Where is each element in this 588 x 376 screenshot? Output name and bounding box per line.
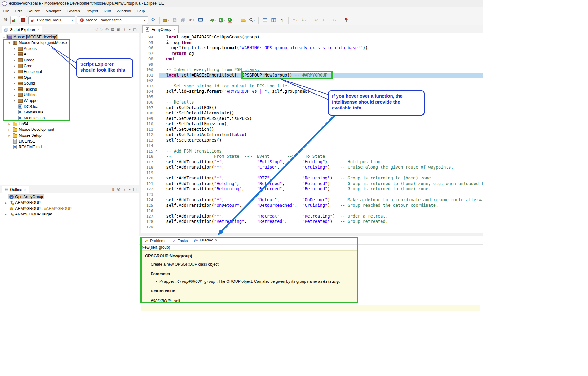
code-line[interactable]: 101 local self=BASE:Inherit(self, OPSGRO… [141, 73, 483, 78]
tree-item-cargo[interactable]: ▸Cargo [0, 57, 139, 63]
tree-item-body[interactable]: MOps.ArmyGroup [8, 194, 44, 199]
expand-arrow-icon[interactable]: ▸ [4, 213, 8, 216]
code-line[interactable]: 119 [141, 170, 483, 176]
code-line[interactable]: 123 [141, 192, 483, 197]
tree-item-body[interactable]: Moose Setup [11, 133, 42, 138]
code-line[interactable]: 96 og:I(og.lid..string.format("WARNING: … [141, 45, 483, 51]
tree-item-body[interactable]: Utilities [17, 92, 37, 97]
expand-arrow-icon[interactable]: ▸ [12, 53, 17, 56]
expand-arrow-icon[interactable]: ▸ [7, 122, 11, 126]
code-line[interactable]: 121 self:AddTransition("Holding", "Retur… [141, 181, 483, 187]
launch-gear-button[interactable]: ⚙ [149, 16, 157, 24]
tab-problems[interactable]: Problems [142, 237, 169, 244]
code-line[interactable]: 94 local og=_DATABASE:GetOpsGroup(group) [141, 34, 483, 40]
tab-script-explorer[interactable]: Script Explorer × [2, 26, 42, 33]
next-annotation-button[interactable]: ↓▾ [299, 16, 307, 24]
tree-item-ops-armygroup[interactable]: MOps.ArmyGroup [2, 194, 139, 200]
line-number[interactable]: 108 [141, 110, 154, 116]
tab-armygroup[interactable]: ArmyGroup × [142, 25, 179, 33]
line-number[interactable]: 120 [141, 175, 154, 181]
code-line[interactable]: 113 self:SetRetreatZones() [141, 138, 483, 143]
line-number[interactable]: 122 [141, 186, 154, 192]
line-number[interactable]: 94 [141, 34, 154, 40]
tree-item-sound[interactable]: ▸Sound [0, 81, 139, 86]
line-number[interactable]: 115 [141, 148, 154, 154]
filter-icon[interactable]: ⊘ [117, 187, 120, 192]
line-number[interactable]: 110 [141, 121, 154, 127]
line-number[interactable]: 123 [141, 192, 154, 197]
expand-arrow-icon[interactable]: ▸ [12, 70, 17, 73]
code-line[interactable]: 100 -- Inherit everything from FSM class… [141, 67, 483, 73]
back-icon[interactable]: ◁ [95, 27, 98, 32]
tree-item-body[interactable]: Core [17, 64, 33, 69]
tree-item-body[interactable]: TARMYGROUP [8, 200, 42, 205]
tree-item-dcs-lua[interactable]: DCS.lua [0, 104, 139, 109]
line-number[interactable]: 126 [141, 208, 154, 214]
tree-item-body[interactable]: lua54 [11, 122, 29, 126]
code-editor[interactable]: 94 local og=_DATABASE:GetOpsGroup(group)… [141, 33, 483, 233]
expand-arrow-icon[interactable]: ▸ [12, 47, 17, 50]
expand-arrow-icon[interactable]: ▸ [12, 59, 17, 62]
line-number[interactable]: 100 [141, 67, 154, 73]
menu-edit[interactable]: Edit [12, 7, 24, 15]
tree-item-body[interactable]: Wrapper [17, 98, 40, 103]
build-hammer-button[interactable]: ⚒ [2, 16, 10, 24]
prev-annotation-button[interactable]: ↑▾ [291, 16, 299, 24]
tree-item-modules-lua[interactable]: Modules.lua [0, 115, 139, 121]
tree-item-actions[interactable]: ▸Actions [0, 46, 139, 51]
code-line[interactable]: 97 return og [141, 51, 483, 56]
code-line[interactable]: 112 self:SetPatrolAdInfinitum(false) [141, 132, 483, 138]
line-number[interactable]: 96 [141, 45, 154, 51]
external-tools-combo[interactable]: External Tools ▾ [28, 16, 75, 24]
line-number[interactable]: 99 [141, 62, 154, 67]
menu-help[interactable]: Help [134, 7, 148, 15]
code-line[interactable]: 128 self:AddTransition("Retreating", "Re… [141, 219, 483, 224]
run-external-tool-button[interactable] [10, 16, 18, 24]
view-menu-icon[interactable]: ⋮ [122, 27, 126, 32]
binary-editor-button[interactable]: 010 [188, 16, 196, 24]
save-button[interactable] [170, 16, 179, 24]
sort-icon[interactable]: ⇅ [111, 187, 115, 192]
tree-item-body[interactable]: Actions [17, 46, 38, 51]
tree-item-body[interactable]: LICENSE [11, 139, 36, 144]
tree-item-armygroup[interactable]: ▸TARMYGROUP [2, 200, 139, 206]
tree-item-body[interactable]: Globals.lua [17, 110, 44, 115]
line-number[interactable]: 112 [141, 132, 154, 138]
line-number[interactable]: 107 [141, 105, 154, 111]
expand-arrow-icon[interactable]: ▸ [4, 201, 8, 205]
line-number[interactable]: 128 [141, 219, 154, 224]
expand-arrow-icon[interactable]: ▾ [7, 41, 11, 45]
tree-item-moose-moose-develop-[interactable]: ▾Moose [MOOSE develop] [0, 34, 139, 40]
code-line[interactable]: 120 self:AddTransition("*", "RTZ", "Retu… [141, 175, 483, 181]
line-number[interactable]: 103 [141, 83, 154, 89]
tree-item-moose-development-moose[interactable]: ▾Moose Development/Moose [0, 40, 139, 46]
code-line[interactable]: 127 self:AddTransition("*", "Retreat", "… [141, 214, 483, 219]
tree-item-body[interactable]: Cargo [17, 58, 35, 63]
back-button[interactable]: ←▾ [321, 16, 329, 24]
line-number[interactable]: 109 [141, 116, 154, 122]
tree-item-readme-md[interactable]: MREADME.md [0, 144, 139, 150]
line-number[interactable]: 113 [141, 138, 154, 143]
code-line[interactable]: 105 [141, 94, 483, 100]
expand-arrow-icon[interactable]: ▸ [12, 76, 17, 79]
code-line[interactable]: 95 if og then [141, 40, 483, 46]
expand-arrow-icon[interactable]: ▸ [12, 87, 17, 91]
tree-item-body[interactable]: Moose [MOOSE develop] [6, 34, 58, 39]
tree-item-armygroup-target[interactable]: ▸TARMYGROUP.Target [2, 211, 139, 217]
fold-collapse-icon[interactable]: ⊖ [154, 148, 159, 154]
code-line[interactable]: 126 [141, 208, 483, 214]
last-edit-location-button[interactable]: ↩ [312, 16, 320, 24]
tree-item-body[interactable]: MREADME.md [11, 144, 42, 149]
tree-item-wrapper[interactable]: ▸Wrapper [0, 98, 139, 104]
tree-item-moose-setup[interactable]: ▸Moose Setup [0, 133, 139, 139]
maximize-icon[interactable]: ▢ [133, 187, 137, 192]
forward-button[interactable]: →▾ [329, 16, 338, 24]
stop-button[interactable] [19, 16, 27, 24]
code-line[interactable]: 102 [141, 78, 483, 83]
code-line[interactable]: 110 self:SetDefaultEmission() [141, 121, 483, 127]
line-number[interactable]: 95 [141, 40, 154, 46]
tree-item-body[interactable]: Moose Development [11, 127, 55, 132]
code-line[interactable]: 107 self:SetDefaultROE() [141, 105, 483, 111]
tree-item-body[interactable]: Sound [17, 81, 36, 86]
horizontal-sash[interactable] [139, 233, 483, 236]
